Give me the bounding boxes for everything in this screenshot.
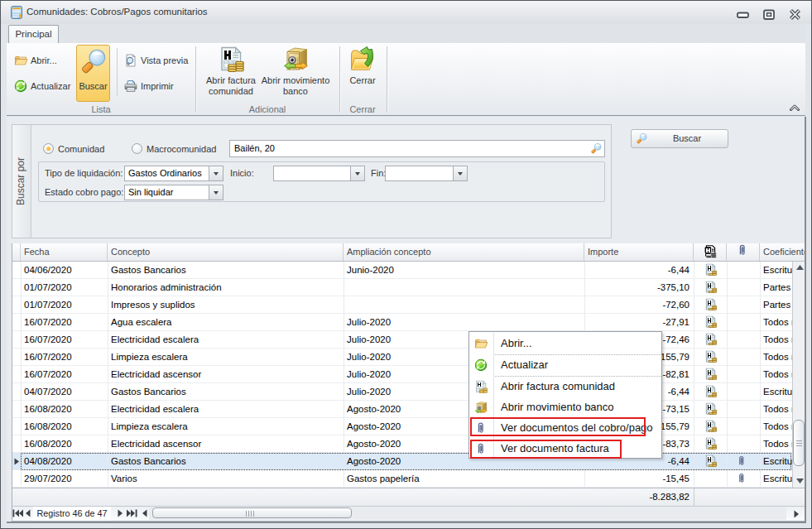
nav-first-button[interactable]: [12, 509, 23, 517]
annotation-box-factura: [470, 440, 622, 459]
grid-row[interactable]: 29/07/2020VariosGastos papelería-15,45Es…: [12, 470, 792, 488]
nav-next-button[interactable]: [118, 509, 123, 517]
combo-value: Gastos Ordinarios: [125, 166, 209, 180]
inicio-label: Inicio:: [230, 166, 254, 180]
hscroll-right-arrow[interactable]: [794, 510, 800, 518]
header-importe[interactable]: Importe: [584, 243, 694, 261]
tipo-liquidacion-label: Tipo de liquidación:: [45, 166, 123, 180]
factura-cell-icon[interactable]: [704, 420, 717, 433]
radio-comunidad-label[interactable]: Comunidad: [58, 142, 104, 156]
header-coeficiente[interactable]: Coeficiente: [760, 243, 805, 261]
combo-dropdown-button[interactable]: [453, 166, 467, 180]
factura-cell-icon[interactable]: [704, 385, 717, 398]
radio-comunidad[interactable]: [43, 143, 54, 154]
grid-row[interactable]: 16/08/2020Limpieza escaleraAgosto-2020-1…: [12, 418, 792, 435]
imprimir-button[interactable]: Imprimir: [124, 77, 174, 95]
cell-fecha: 16/08/2020: [21, 435, 108, 452]
menu-item[interactable]: Abrir factura comunidad: [470, 376, 661, 397]
factura-cell-icon[interactable]: [704, 298, 717, 311]
grid-row[interactable]: 04/06/2020Gastos BancariosJunio-2020-6,4…: [12, 262, 792, 279]
cell-coef: Todos mismo: [760, 418, 792, 435]
tipo-liquidacion-combo[interactable]: Gastos Ordinarios: [124, 166, 223, 181]
horizontal-scrollbar-thumb[interactable]: [152, 507, 352, 518]
cell-concepto: Electricidad escalera: [108, 401, 344, 417]
vista-previa-button[interactable]: Vista previa: [124, 51, 188, 70]
grid-row[interactable]: 16/08/2020Electricidad escaleraAgosto-20…: [12, 401, 792, 418]
scroll-up-arrow[interactable]: [796, 265, 804, 270]
folder-open-icon: [14, 54, 27, 67]
factura-cell-icon[interactable]: [704, 281, 717, 294]
grid-row[interactable]: 16/07/2020Electricidad escaleraJulio-202…: [12, 331, 792, 349]
grid-rows: 04/06/2020Gastos BancariosJunio-2020-6,4…: [12, 262, 792, 488]
maximize-button[interactable]: [763, 9, 775, 20]
minimize-button[interactable]: [737, 11, 749, 19]
buscar-ribbon-button[interactable]: Buscar: [76, 45, 110, 102]
cell-fecha: 16/07/2020: [21, 366, 108, 382]
header-indicator-cell: [12, 243, 21, 261]
menu-item[interactable]: Abrir movimiento banco: [470, 397, 661, 417]
grid-row[interactable]: 16/07/2020Electricidad ascensorJulio-202…: [12, 366, 792, 383]
abrir-factura-button[interactable]: Abrir facturacomunidad: [201, 46, 261, 97]
nav-prev-button[interactable]: [25, 509, 31, 517]
horizontal-scrollbar[interactable]: [149, 507, 786, 520]
cell-concepto: Limpieza escalera: [108, 418, 344, 435]
factura-cell-icon[interactable]: [704, 315, 717, 329]
abrir-button[interactable]: Abrir...: [14, 51, 57, 70]
nav-last-button[interactable]: [127, 509, 137, 517]
cell-coef: Todos mismo: [760, 366, 792, 382]
estado-combo[interactable]: Sin liquidar: [124, 185, 223, 200]
menu-item[interactable]: Abrir...: [470, 333, 661, 353]
radio-macrocomunidad[interactable]: [132, 143, 142, 154]
actualizar-button[interactable]: Actualizar: [14, 77, 70, 95]
factura-cell-icon[interactable]: [704, 333, 717, 346]
cell-coef: Escritura: [760, 470, 792, 487]
factura-cell-icon[interactable]: [704, 263, 717, 277]
combo-dropdown-button[interactable]: [209, 185, 223, 200]
tab-principal[interactable]: Principal: [8, 25, 59, 44]
buscar-button[interactable]: Buscar: [631, 129, 728, 148]
grid-row[interactable]: 16/07/2020Limpieza escaleraJulio-2020-15…: [12, 349, 792, 366]
factura-cell-icon[interactable]: [704, 402, 717, 416]
factura-cell-icon[interactable]: [704, 437, 717, 450]
grid-row-line: [12, 313, 792, 314]
refresh-icon: [14, 79, 27, 93]
app-icon: [10, 6, 23, 19]
grid-row[interactable]: 01/07/2020Impresos y suplidos-72,60Parte…: [12, 296, 792, 314]
cell-imp: -375,10: [584, 279, 694, 296]
factura-icon: [474, 380, 488, 393]
collapse-ribbon-chevron[interactable]: [790, 103, 800, 111]
header-ampliacion[interactable]: Ampliación concepto: [344, 243, 584, 261]
grid-row[interactable]: 01/07/2020Honorarios administración-375,…: [12, 279, 792, 296]
factura-cell-icon[interactable]: [704, 368, 717, 381]
grid-row[interactable]: 16/07/2020Agua escaleraJulio-2020-27,91T…: [12, 314, 792, 331]
hscroll-left-arrow[interactable]: [142, 509, 147, 517]
header-factura-col[interactable]: [694, 243, 727, 261]
header-concepto[interactable]: Concepto: [108, 243, 344, 261]
cell-ampl: [344, 279, 584, 296]
paperclip-icon: [736, 243, 749, 257]
grid-footer: -8.283,82: [12, 488, 805, 507]
scroll-down-arrow[interactable]: [796, 479, 804, 483]
menu-item[interactable]: Actualizar: [470, 354, 661, 375]
close-button[interactable]: [789, 9, 801, 20]
input-search-icon[interactable]: [590, 142, 603, 155]
cerrar-button[interactable]: Cerrar: [343, 46, 382, 86]
grid-row[interactable]: 16/08/2020Electricidad ascensorAgosto-20…: [12, 435, 792, 453]
community-input[interactable]: Bailén, 20: [229, 140, 605, 157]
radio-macrocomunidad-label[interactable]: Macrocomunidad: [147, 142, 216, 156]
ribbon-item-separator: [117, 48, 118, 96]
grid-row[interactable]: 04/07/2020Gastos BancariosJulio-2020-6,4…: [12, 383, 792, 401]
group-separator: [339, 46, 340, 113]
combo-dropdown-button[interactable]: [209, 166, 223, 180]
factura-cell-icon[interactable]: [704, 350, 717, 363]
grid-row-line: [12, 417, 792, 418]
header-clip-col[interactable]: [727, 243, 760, 261]
inicio-combo[interactable]: [273, 166, 365, 181]
abrir-movimiento-button[interactable]: Abrir movimientobanco: [253, 46, 338, 97]
paperclip-cell-icon[interactable]: [736, 472, 747, 484]
combo-dropdown-button[interactable]: [350, 166, 364, 180]
header-fecha[interactable]: Fecha: [21, 243, 108, 261]
fin-combo[interactable]: [385, 166, 468, 181]
focused-row-rect: [21, 453, 791, 470]
vertical-scrollbar-thumb[interactable]: [793, 420, 805, 466]
